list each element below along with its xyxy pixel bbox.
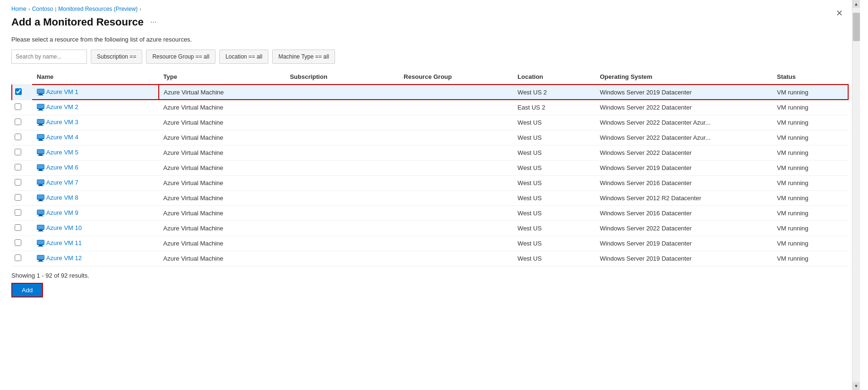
table-row[interactable]: Azure VM 9Azure Virtual MachineWest USWi…: [12, 205, 848, 220]
table-row[interactable]: Azure VM 6Azure Virtual MachineWest USWi…: [12, 160, 848, 175]
header-subscription[interactable]: Subscription: [285, 69, 399, 85]
header-name[interactable]: Name: [32, 69, 159, 85]
table-row[interactable]: Azure VM 12Azure Virtual MachineWest USW…: [12, 251, 848, 266]
row-checkbox[interactable]: [15, 194, 21, 201]
table-row[interactable]: Azure VM 2Azure Virtual MachineEast US 2…: [12, 100, 848, 115]
svg-rect-38: [39, 230, 43, 231]
row-resource-group: [399, 85, 513, 100]
row-type: Azure Virtual Machine: [159, 160, 285, 175]
header-status[interactable]: Status: [772, 69, 848, 85]
row-location: West US: [513, 190, 595, 205]
row-name: Azure VM 7: [32, 175, 159, 190]
vm-icon: [37, 134, 46, 141]
vm-name-link[interactable]: Azure VM 9: [46, 209, 78, 216]
row-checkbox[interactable]: [15, 164, 21, 170]
row-os: Windows Server 2012 R2 Datacenter: [595, 190, 772, 205]
row-resource-group: [399, 251, 513, 266]
header-os[interactable]: Operating System: [595, 69, 772, 85]
row-os: Windows Server 2016 Datacenter: [595, 175, 772, 190]
header-checkbox-cell: [12, 69, 32, 85]
row-checkbox[interactable]: [15, 134, 21, 140]
table-row[interactable]: Azure VM 1Azure Virtual MachineWest US 2…: [12, 85, 848, 100]
vm-name-link[interactable]: Azure VM 11: [46, 239, 82, 246]
row-status: VM running: [772, 205, 848, 220]
row-resource-group: [399, 205, 513, 220]
svg-rect-11: [38, 125, 43, 126]
breadcrumb-sep-3: ›: [139, 6, 141, 12]
table-row[interactable]: Azure VM 8Azure Virtual MachineWest USWi…: [12, 190, 848, 205]
row-name: Azure VM 12: [32, 251, 159, 266]
header-resource-group[interactable]: Resource Group: [399, 69, 513, 85]
vm-name-link[interactable]: Azure VM 10: [46, 224, 82, 231]
row-checkbox[interactable]: [15, 179, 21, 186]
breadcrumb-contoso[interactable]: Contoso: [32, 6, 53, 12]
vm-name-link[interactable]: Azure VM 2: [46, 103, 78, 110]
scroll-down-arrow[interactable]: ▼: [852, 382, 860, 390]
vm-icon: [37, 179, 46, 186]
row-subscription: [285, 85, 399, 100]
svg-rect-3: [38, 95, 43, 95]
row-checkbox[interactable]: [15, 119, 21, 125]
row-subscription: [285, 251, 399, 266]
table-row[interactable]: Azure VM 4Azure Virtual MachineWest USWi…: [12, 130, 848, 145]
row-checkbox[interactable]: [15, 149, 21, 155]
scroll-up-arrow[interactable]: ▲: [852, 0, 860, 8]
vm-icon: [37, 149, 46, 156]
vm-name-link[interactable]: Azure VM 3: [46, 119, 78, 126]
row-os: Windows Server 2019 Datacenter: [595, 160, 772, 175]
row-checkbox[interactable]: [15, 209, 21, 216]
svg-rect-25: [37, 180, 44, 184]
vm-name-link[interactable]: Azure VM 7: [46, 179, 78, 186]
row-subscription: [285, 236, 399, 251]
header-location[interactable]: Location: [513, 69, 595, 85]
vm-name-link[interactable]: Azure VM 12: [46, 254, 82, 262]
table-row[interactable]: Azure VM 7Azure Virtual MachineWest USWi…: [12, 175, 848, 190]
row-os: Windows Server 2022 Datacenter Azur...: [595, 115, 772, 130]
vm-name-link[interactable]: Azure VM 8: [46, 194, 78, 201]
subscription-filter[interactable]: Subscription ==: [91, 50, 142, 64]
row-status: VM running: [772, 160, 848, 175]
breadcrumb-current[interactable]: Monitored Resources (Preview): [58, 6, 138, 12]
table-row[interactable]: Azure VM 5Azure Virtual MachineWest USWi…: [12, 145, 848, 160]
title-row: Add a Monitored Resource ···: [11, 16, 849, 28]
table-row[interactable]: Azure VM 10Azure Virtual MachineWest USW…: [12, 220, 848, 236]
row-resource-group: [399, 130, 513, 145]
row-checkbox[interactable]: [15, 88, 22, 95]
search-input[interactable]: [11, 50, 87, 64]
row-checkbox[interactable]: [15, 254, 21, 261]
scrollbar[interactable]: ▲ ▼: [852, 0, 860, 390]
row-type: Azure Virtual Machine: [159, 190, 285, 205]
svg-rect-29: [37, 195, 44, 199]
add-button[interactable]: Add: [11, 283, 43, 297]
breadcrumb-sep-1: ›: [28, 6, 30, 12]
vm-name-link[interactable]: Azure VM 4: [46, 134, 78, 141]
vm-icon: [37, 224, 46, 231]
close-button[interactable]: ✕: [833, 7, 846, 20]
row-location: West US: [513, 205, 595, 220]
row-name: Azure VM 3: [32, 115, 159, 130]
resource-group-filter[interactable]: Resource Group == all: [146, 50, 215, 64]
machine-type-filter[interactable]: Machine Type == all: [272, 50, 335, 64]
row-checkbox[interactable]: [15, 239, 21, 246]
table-row[interactable]: Azure VM 11Azure Virtual MachineWest USW…: [12, 236, 848, 251]
header-type[interactable]: Type: [159, 69, 285, 85]
scrollbar-thumb[interactable]: [853, 13, 860, 41]
vm-name-link[interactable]: Azure VM 5: [46, 149, 78, 156]
row-resource-group: [399, 100, 513, 115]
svg-rect-18: [39, 154, 43, 155]
row-checkbox-cell: [12, 115, 32, 130]
vm-name-link[interactable]: Azure VM 1: [46, 88, 78, 95]
location-filter[interactable]: Location == all: [219, 50, 268, 64]
table-body: Azure VM 1Azure Virtual MachineWest US 2…: [12, 85, 848, 266]
row-checkbox[interactable]: [15, 103, 21, 110]
row-checkbox[interactable]: [15, 224, 21, 231]
breadcrumb-home[interactable]: Home: [11, 6, 26, 12]
row-os: Windows Server 2022 Datacenter: [595, 100, 772, 115]
vm-name-link[interactable]: Azure VM 6: [46, 164, 78, 171]
row-location: West US: [513, 130, 595, 145]
ellipsis-button[interactable]: ···: [147, 17, 159, 27]
row-resource-group: [399, 175, 513, 190]
table-row[interactable]: Azure VM 3Azure Virtual MachineWest USWi…: [12, 115, 848, 130]
svg-rect-1: [37, 89, 44, 93]
svg-rect-9: [37, 119, 44, 123]
